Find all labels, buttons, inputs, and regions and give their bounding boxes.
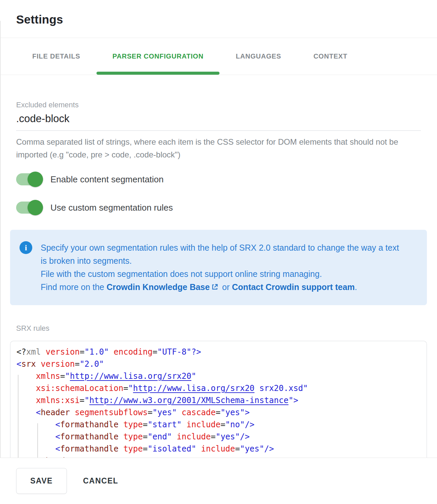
save-button[interactable]: SAVE	[16, 468, 67, 494]
code-token: segmentsubflows	[75, 408, 148, 417]
code-token: formathandle	[60, 444, 118, 454]
code-token	[16, 371, 36, 381]
code-token	[16, 384, 36, 393]
tab-context[interactable]: CONTEXT	[297, 38, 363, 75]
contact-crowdin-support-team-link[interactable]: Contact Crowdin support team	[232, 282, 355, 292]
code-token: <	[55, 432, 60, 441]
code-token: />	[264, 444, 274, 454]
excluded-elements-input[interactable]	[16, 113, 421, 125]
srx-rules-editor[interactable]: <?xml version="1.0" encoding="UTF-8"?><s…	[10, 341, 427, 468]
cancel-button[interactable]: CANCEL	[80, 468, 122, 494]
code-token	[16, 420, 55, 429]
crowdin-knowledge-base-link[interactable]: Crowdin Knowledge Base	[107, 282, 210, 292]
code-line: <?xml version="1.0" encoding="UTF-8"?>	[16, 346, 421, 358]
code-line: <formathandle type="isolated" include="y…	[16, 443, 421, 455]
tab-parser-configuration[interactable]: PARSER CONFIGURATION	[96, 38, 220, 75]
footer: SAVE CANCEL	[0, 458, 437, 504]
code-token: =	[153, 347, 157, 357]
dialog-header: Settings	[0, 0, 437, 38]
info-box: i Specify your own segmentation rules wi…	[10, 230, 427, 305]
code-token	[177, 408, 182, 417]
toggle-use-custom-segmentation-rules[interactable]	[16, 202, 42, 214]
info-icon: i	[19, 241, 32, 254]
code-token: "end"	[148, 432, 172, 441]
toggle-row-use-custom-segmentation-rules: Use custom segmentation rules	[16, 200, 421, 216]
code-token: "UTF-8"	[157, 347, 191, 357]
code-token: <	[55, 420, 60, 429]
code-token: "	[84, 396, 89, 405]
code-token: "yes"	[240, 444, 264, 454]
code-token: include	[187, 420, 221, 429]
code-token: =	[143, 432, 148, 441]
info-line: File with the custom segmentation does n…	[41, 267, 404, 281]
code-token: type	[123, 420, 143, 429]
code-token	[16, 432, 55, 441]
code-token: type	[123, 432, 143, 441]
code-token: =	[123, 384, 128, 393]
panel-left-edge	[0, 21, 1, 458]
code-token: xmlns	[36, 371, 60, 381]
code-token: formathandle	[60, 432, 118, 441]
code-token: xsi:schemaLocation	[36, 384, 123, 393]
code-token: version	[46, 347, 80, 357]
code-token: "1.0"	[84, 347, 109, 357]
code-token: =	[148, 408, 152, 417]
toggle-thumb[interactable]	[28, 172, 43, 187]
code-token	[172, 432, 176, 441]
code-token: <	[36, 408, 41, 417]
code-token: "	[191, 371, 196, 381]
code-token: />	[240, 432, 250, 441]
code-token: xml	[26, 347, 41, 357]
code-token: "2.0"	[80, 359, 104, 369]
code-token: />	[245, 420, 254, 429]
code-line: xmlns="http://www.lisa.org/srx20"	[16, 370, 421, 382]
code-token: srx	[21, 359, 36, 369]
code-token: =	[60, 371, 65, 381]
code-line: <srx version="2.0"	[16, 358, 421, 370]
code-token: =	[235, 444, 240, 454]
code-line: xsi:schemaLocation="http://www.lisa.org/…	[16, 382, 421, 394]
code-token: "	[288, 396, 293, 405]
toggle-row-enable-content-segmentation: Enable content segmentation	[16, 171, 421, 187]
code-token	[41, 347, 45, 357]
srx-rules-code[interactable]: <?xml version="1.0" encoding="UTF-8"?><s…	[10, 341, 427, 468]
code-line: <formathandle type="start" include="no"/…	[16, 419, 421, 431]
toggle-label: Enable content segmentation	[50, 174, 164, 185]
code-line: xmlns:xsi="http://www.w3.org/2001/XMLSch…	[16, 394, 421, 406]
code-token: "yes"	[221, 408, 245, 417]
code-token	[36, 359, 41, 369]
code-token: "	[128, 384, 133, 393]
tab-file-details[interactable]: FILE DETAILS	[16, 38, 96, 75]
info-box-lines: Specify your own segmentation rules with…	[41, 241, 413, 294]
code-token: =	[143, 444, 148, 454]
code-token: =	[80, 396, 84, 405]
code-token: =	[143, 420, 148, 429]
code-token: >	[245, 408, 249, 417]
code-token	[16, 408, 36, 417]
toggles-group: Enable content segmentationUse custom se…	[16, 171, 421, 216]
tabs: FILE DETAILSPARSER CONFIGURATIONLANGUAGE…	[0, 38, 437, 75]
code-token: http://www.lisa.org/srx20	[133, 384, 254, 393]
code-token: "yes"	[215, 432, 240, 441]
code-token: <	[16, 359, 21, 369]
toggle-enable-content-segmentation[interactable]	[16, 173, 42, 185]
code-token: http://www.lisa.org/srx20	[70, 371, 191, 381]
code-token: encoding	[114, 347, 153, 357]
tab-languages[interactable]: LANGUAGES	[220, 38, 297, 75]
excluded-elements-label: Excluded elements	[16, 101, 421, 109]
code-token: >	[293, 396, 298, 405]
code-token: version	[41, 359, 75, 369]
code-token: http://www.w3.org/2001/XMLSchema-instanc…	[89, 396, 288, 405]
code-token: include	[177, 432, 211, 441]
code-token	[182, 420, 186, 429]
code-token: =	[211, 432, 215, 441]
code-token	[118, 432, 123, 441]
code-token	[109, 347, 114, 357]
indent-guide	[18, 375, 18, 468]
code-token	[196, 444, 201, 454]
external-link-icon[interactable]	[211, 281, 218, 289]
code-token: header	[41, 408, 70, 417]
excluded-elements-helper: Comma separated list of strings, where e…	[16, 136, 406, 161]
info-line: Specify your own segmentation rules with…	[41, 241, 404, 267]
toggle-thumb[interactable]	[28, 200, 43, 215]
